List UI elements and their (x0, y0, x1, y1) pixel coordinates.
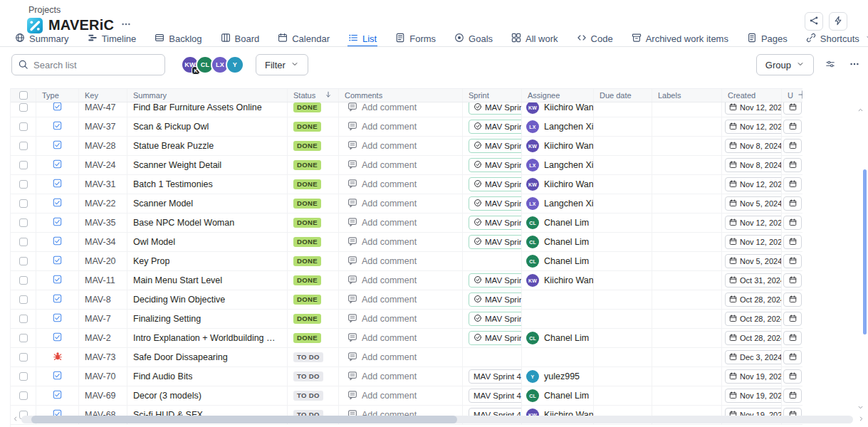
project-more-button[interactable] (120, 18, 132, 33)
column-header-sprint[interactable]: Sprint (463, 89, 522, 102)
labels-cell[interactable] (652, 367, 722, 386)
status-cell[interactable]: DONE (288, 290, 339, 309)
row-checkbox[interactable] (19, 218, 28, 227)
add-comment-link[interactable]: Add comment (345, 275, 417, 287)
sprint-badge[interactable]: MAV Sprint 2 (469, 120, 522, 134)
labels-cell[interactable] (652, 233, 722, 251)
column-header-due-date[interactable]: Due date (594, 89, 652, 102)
created-cell[interactable]: Oct 31, 2024 (722, 271, 782, 290)
sprint-badge[interactable]: MAV Sprint 2 (469, 235, 522, 249)
type-cell[interactable] (36, 367, 79, 386)
add-comment-link[interactable]: Add comment (345, 102, 417, 114)
due-date-cell[interactable] (594, 137, 652, 155)
add-comment-link[interactable]: Add comment (345, 159, 417, 172)
key-cell[interactable]: MAV-20 (79, 252, 127, 270)
sprint-cell[interactable]: MAV Sprint 2 (463, 194, 522, 213)
summary-cell[interactable]: Deciding Win Objective (127, 290, 288, 309)
sprint-cell[interactable]: MAV Sprint 2 (463, 156, 522, 174)
column-header-key[interactable]: Key (79, 89, 127, 102)
row-checkbox[interactable] (19, 391, 28, 400)
view-settings-button[interactable] (822, 56, 838, 74)
due-date-cell[interactable] (594, 271, 652, 290)
labels-cell[interactable] (652, 290, 722, 309)
row-checkbox[interactable] (19, 257, 28, 265)
tab-backlog[interactable]: Backlog (154, 33, 202, 47)
status-cell[interactable]: TO DO (288, 386, 339, 405)
created-cell[interactable]: Nov 8, 2024 (722, 137, 782, 155)
updated-cell[interactable] (782, 194, 802, 213)
table-row-mav-11[interactable]: MAV-11Main Menu Start LevelDONEAdd comme… (11, 271, 802, 290)
tab-pages[interactable]: Pages (746, 33, 788, 47)
add-comment-link[interactable]: Add comment (345, 140, 417, 152)
created-cell[interactable]: Nov 12, 2024 (722, 117, 782, 136)
sprint-cell[interactable] (463, 252, 522, 270)
sprint-badge[interactable]: MAV Sprint 2 (469, 139, 522, 153)
add-comment-link[interactable]: Add comment (345, 352, 417, 364)
type-cell[interactable] (36, 175, 79, 194)
created-cell[interactable]: Nov 5, 2024 (722, 194, 782, 213)
sprint-badge[interactable]: MAV Sprint 2 (469, 216, 522, 230)
status-cell[interactable]: DONE (288, 137, 339, 155)
table-row-mav-28[interactable]: MAV-28Statue Break PuzzleDONEAdd comment… (11, 137, 802, 156)
key-cell[interactable]: MAV-7 (79, 310, 127, 328)
assignee-cell[interactable]: LXLangchen Xiang (522, 117, 594, 136)
updated-cell[interactable] (782, 348, 802, 367)
sprint-cell[interactable]: MAV Sprint 2 (463, 233, 522, 251)
created-cell[interactable]: Nov 19, 2024 (722, 386, 782, 405)
labels-cell[interactable] (652, 252, 722, 270)
share-button[interactable] (805, 12, 823, 31)
scroll-right-icon[interactable] (857, 415, 865, 423)
type-cell[interactable] (36, 194, 79, 213)
updated-cell[interactable] (782, 329, 802, 347)
tab-summary[interactable]: Summary (14, 33, 70, 47)
status-cell[interactable]: DONE (288, 214, 339, 232)
assignee-cell[interactable]: CLChanel Lim (522, 329, 594, 347)
add-comment-link[interactable]: Add comment (345, 198, 417, 210)
sprint-cell[interactable] (463, 348, 522, 367)
assignee-cell[interactable] (522, 348, 594, 367)
scroll-left-icon[interactable] (11, 415, 19, 423)
add-comment-link[interactable]: Add comment (345, 217, 417, 229)
table-row-mav-24[interactable]: MAV-24Scanner Weight DetailDONEAdd comme… (11, 156, 802, 175)
created-cell[interactable]: Nov 19, 2024 (722, 367, 782, 386)
type-cell[interactable] (36, 290, 79, 309)
assignee-cell[interactable]: LXLangchen Xiang (522, 194, 594, 213)
member-avatar-y[interactable]: Y (226, 56, 244, 74)
assignee-cell[interactable]: KWKiichiro Wang (522, 137, 594, 155)
updated-cell[interactable] (782, 214, 802, 232)
assignee-cell[interactable]: CLChanel Lim (522, 233, 594, 251)
labels-cell[interactable] (652, 329, 722, 347)
tab-code[interactable]: Code (576, 33, 614, 47)
sprint-badge[interactable]: MAV Sprint 4 (469, 389, 522, 403)
sprint-cell[interactable]: MAV Sprint 2 (463, 175, 522, 194)
labels-cell[interactable] (652, 194, 722, 213)
due-date-cell[interactable] (594, 252, 652, 270)
due-date-cell[interactable] (594, 386, 652, 405)
created-cell[interactable]: Oct 28, 2024 (722, 310, 782, 328)
summary-cell[interactable]: Batch 1 Testimonies (127, 175, 288, 194)
tab-goals[interactable]: Goals (454, 33, 493, 47)
sprint-cell[interactable]: MAV Sprint 1 (463, 329, 522, 347)
due-date-cell[interactable] (594, 233, 652, 251)
add-comment-link[interactable]: Add comment (345, 121, 417, 133)
labels-cell[interactable] (652, 348, 722, 367)
add-comment-link[interactable]: Add comment (345, 371, 417, 383)
key-cell[interactable]: MAV-11 (79, 271, 127, 290)
breadcrumb[interactable]: Projects (28, 5, 61, 15)
due-date-cell[interactable] (594, 367, 652, 386)
key-cell[interactable]: MAV-69 (79, 386, 127, 405)
table-row-mav-20[interactable]: MAV-20Key PropDONEAdd commentCLChanel Li… (11, 252, 802, 271)
type-cell[interactable] (36, 137, 79, 155)
labels-cell[interactable] (652, 137, 722, 155)
created-cell[interactable]: Oct 28, 2024 (722, 290, 782, 309)
type-cell[interactable] (36, 348, 79, 367)
row-checkbox[interactable] (19, 122, 28, 131)
sprint-cell[interactable]: MAV Sprint 1 (463, 310, 522, 328)
summary-cell[interactable]: Intro Explanation + Worldbuilding Writin… (127, 329, 288, 347)
status-cell[interactable]: DONE (288, 175, 339, 194)
due-date-cell[interactable] (594, 310, 652, 328)
key-cell[interactable]: MAV-34 (79, 233, 127, 251)
table-row-mav-73[interactable]: MAV-73Safe Door DissapearingTO DOAdd com… (11, 348, 802, 367)
sprint-badge[interactable]: MAV Sprint 4 (469, 369, 522, 384)
status-cell[interactable]: DONE (288, 156, 339, 174)
